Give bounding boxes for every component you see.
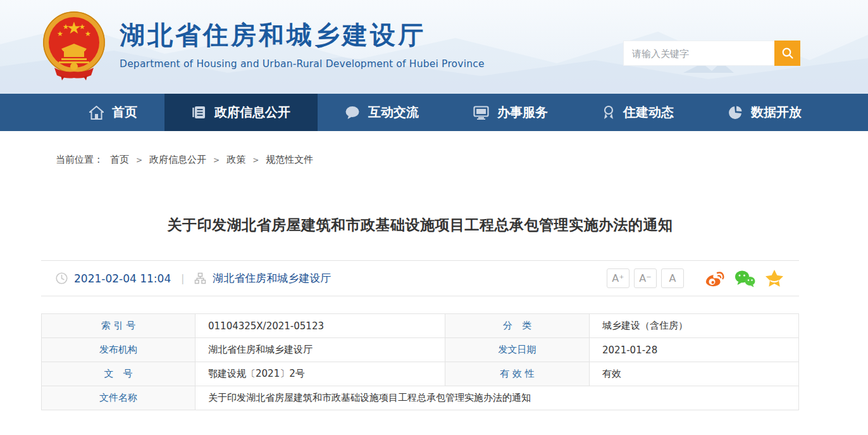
home-icon <box>89 106 104 120</box>
article-source: 湖北省住房和城乡建设厅 <box>213 271 331 286</box>
pie-chart-icon <box>728 105 743 120</box>
search-button[interactable] <box>774 41 800 66</box>
breadcrumb-link-home[interactable]: 首页 <box>110 154 129 166</box>
nav-item-label: 住建动态 <box>623 104 674 121</box>
field-label-doc-number: 文 号 <box>42 362 195 386</box>
nav-item-news[interactable]: 住建动态 <box>575 94 701 131</box>
breadcrumb-link-gov-info[interactable]: 政府信息公开 <box>149 154 206 166</box>
field-value-doc-number: 鄂建设规〔2021〕2号 <box>195 362 445 386</box>
nav-item-label: 数据开放 <box>751 104 802 121</box>
publish-time: 2021-02-04 11:04 <box>74 272 171 285</box>
site-title: 湖北省住房和城乡建设厅 <box>120 18 485 53</box>
svg-text:★: ★ <box>85 30 91 38</box>
clock-icon <box>56 272 68 284</box>
field-label-issuing-agency: 发布机构 <box>42 338 195 362</box>
chat-bubble-icon <box>345 106 360 120</box>
article-content: 关于印发湖北省房屋建筑和市政基础设施项目工程总承包管理实施办法的通知 2021-… <box>41 215 799 410</box>
field-label-doc-name: 文件名称 <box>42 386 195 410</box>
nav-item-home[interactable]: 首页 <box>62 94 164 131</box>
font-size-reset-button[interactable]: A <box>661 268 684 288</box>
nav-item-label: 政府信息公开 <box>214 104 290 121</box>
site-identity: 湖北省住房和城乡建设厅 Department of Housing and Ur… <box>120 18 485 70</box>
qzone-icon[interactable] <box>765 269 784 287</box>
field-value-index-number: 01104325X/2021-05123 <box>195 314 445 338</box>
breadcrumb-separator: > <box>252 156 259 165</box>
wechat-icon[interactable] <box>735 270 755 287</box>
field-label-issue-date: 发文日期 <box>445 338 590 362</box>
field-label-category: 分 类 <box>445 314 590 338</box>
search-icon <box>781 46 795 60</box>
field-value-category: 城乡建设（含住房） <box>590 314 799 338</box>
article-meta-right: A⁺ A⁻ A <box>602 268 784 288</box>
weibo-icon[interactable] <box>705 270 725 287</box>
nav-item-open-data[interactable]: 数据开放 <box>701 94 829 131</box>
breadcrumb-separator: > <box>213 156 220 165</box>
nav-item-label: 互动交流 <box>368 104 419 121</box>
article-meta-bar: 2021-02-04 11:04 | 湖北省住房和城乡建设厅 A⁺ A⁻ A <box>41 260 799 296</box>
nav-item-gov-info[interactable]: 政府信息公开 <box>164 94 318 131</box>
nav-item-services[interactable]: 办事服务 <box>446 94 575 131</box>
site-subtitle: Department of Housing and Urban-Rural De… <box>120 58 485 70</box>
field-label-index-number: 索 引 号 <box>42 314 195 338</box>
national-emblem-logo[interactable]: ★ ★ ★ ★ ★ <box>42 9 106 83</box>
source-org-icon <box>194 272 206 284</box>
table-row: 文 号 鄂建设规〔2021〕2号 有 效 性 有效 <box>42 362 799 386</box>
nav-item-interaction[interactable]: 互动交流 <box>318 94 446 131</box>
font-size-decrease-button[interactable]: A⁻ <box>634 268 657 288</box>
breadcrumb: 当前位置： 首页 > 政府信息公开 > 政策 > 规范性文件 <box>56 154 868 166</box>
field-label-validity: 有 效 性 <box>445 362 590 386</box>
meta-separator: | <box>181 273 184 284</box>
main-nav: 首页 政府信息公开 互动交流 办事服务 住建 <box>0 94 868 131</box>
table-row: 发布机构 湖北省住房和城乡建设厅 发文日期 2021-01-28 <box>42 338 799 362</box>
breadcrumb-link-normative-docs[interactable]: 规范性文件 <box>266 154 313 166</box>
breadcrumb-label: 当前位置： <box>56 154 103 166</box>
breadcrumb-link-policy[interactable]: 政策 <box>226 154 245 166</box>
article-title: 关于印发湖北省房屋建筑和市政基础设施项目工程总承包管理实施办法的通知 <box>41 215 799 235</box>
document-info-table: 索 引 号 01104325X/2021-05123 分 类 城乡建设（含住房）… <box>41 313 799 410</box>
badge-icon <box>602 105 615 120</box>
table-row: 索 引 号 01104325X/2021-05123 分 类 城乡建设（含住房） <box>42 314 799 338</box>
site-search <box>623 41 800 66</box>
site-header: ★ ★ ★ ★ ★ 湖北省住房和城乡建设厅 Department of Hous… <box>0 0 868 94</box>
field-value-validity: 有效 <box>590 362 799 386</box>
monitor-icon <box>473 106 489 120</box>
search-input[interactable] <box>623 41 774 66</box>
nav-item-label: 首页 <box>112 104 137 121</box>
svg-text:★: ★ <box>63 23 69 31</box>
nav-item-label: 办事服务 <box>497 104 548 121</box>
field-value-issuing-agency: 湖北省住房和城乡建设厅 <box>195 338 445 362</box>
document-icon <box>192 105 206 120</box>
table-row: 文件名称 关于印发湖北省房屋建筑和市政基础设施项目工程总承包管理实施办法的通知 <box>42 386 799 410</box>
field-value-doc-name: 关于印发湖北省房屋建筑和市政基础设施项目工程总承包管理实施办法的通知 <box>195 386 799 410</box>
article-meta-left: 2021-02-04 11:04 | 湖北省住房和城乡建设厅 <box>56 271 331 286</box>
field-value-issue-date: 2021-01-28 <box>590 338 799 362</box>
breadcrumb-separator: > <box>136 156 142 165</box>
font-size-increase-button[interactable]: A⁺ <box>607 268 629 288</box>
